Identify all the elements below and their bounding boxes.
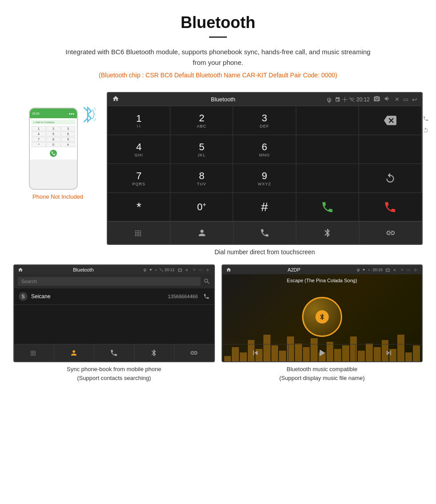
dial-key-8[interactable]: 8 TUV xyxy=(170,164,233,193)
dialpad-btn-contacts[interactable] xyxy=(14,344,54,361)
contacts-screen-title: Bluetooth xyxy=(26,267,141,272)
contact-avatar: S xyxy=(19,292,28,301)
phone-section: M:30 ●●● + Add to Contacts 123 456 789 *… xyxy=(13,92,102,200)
link-button[interactable] xyxy=(359,222,422,244)
home-icon-music xyxy=(226,267,231,272)
dial-key-2[interactable]: 2 ABC xyxy=(170,106,233,135)
description-text: Integrated with BC6 Bluetooth module, su… xyxy=(62,47,374,68)
dial-screen-section: Bluetooth ψ 20:12 ✕ ▭ ↩ xyxy=(107,92,423,256)
dial-key-call[interactable] xyxy=(296,193,359,221)
bluetooth-waves-icon xyxy=(78,103,96,127)
link-btn-contacts[interactable] xyxy=(174,344,214,361)
dialpad-button[interactable] xyxy=(108,222,170,244)
contacts-section: Bluetooth ψ ✦ 20:11 ✕ ▭ Search xyxy=(13,264,215,382)
contacts-time: 20:11 xyxy=(165,268,175,272)
dial-screen-title: Bluetooth xyxy=(123,96,323,103)
dial-key-star[interactable]: * xyxy=(108,193,170,221)
specs-text: (Bluetooth chip : CSR BC6 Default Blueto… xyxy=(18,72,418,79)
back-icon-music xyxy=(413,268,418,272)
dial-key-5[interactable]: 5 JKL xyxy=(170,135,233,164)
song-title: Escape (The Pina Colada Song) xyxy=(226,278,419,283)
camera-icon-music xyxy=(385,268,390,272)
dial-caption: Dial number direct from touchscreen xyxy=(107,248,423,256)
phone-btn-contacts[interactable] xyxy=(94,344,134,361)
volume-icon-music xyxy=(393,268,398,272)
dial-key-7[interactable]: 7 PQRS xyxy=(108,164,170,193)
close-icon-small: ✕ xyxy=(193,268,196,272)
page-title: Bluetooth xyxy=(18,13,418,32)
phone-illustration: M:30 ●●● + Add to Contacts 123 456 789 *… xyxy=(29,101,87,190)
bluetooth-button[interactable] xyxy=(296,222,359,244)
music-info: Escape (The Pina Colada Song) xyxy=(222,274,422,289)
contact-row[interactable]: S Seicane 13566664466 xyxy=(14,288,214,305)
usb-icon: ψ xyxy=(327,96,331,103)
status-icons: 20:12 xyxy=(335,96,370,103)
dial-key-4[interactable]: 4 GHI xyxy=(108,135,170,164)
dial-key-hash[interactable]: # xyxy=(233,193,296,221)
music-caption: Bluetooth music compatible (Support disp… xyxy=(222,365,423,382)
prev-button[interactable] xyxy=(222,344,289,361)
back-icon: ↩ xyxy=(412,96,417,103)
contacts-caption: Sync phone-book from mobile phone (Suppo… xyxy=(13,365,215,382)
svg-point-1 xyxy=(155,269,156,270)
contacts-status: ✦ 20:11 xyxy=(149,268,175,272)
screen-icon: ▭ xyxy=(403,96,408,103)
call-contact-icon[interactable] xyxy=(203,293,210,300)
music-caption-line1: Bluetooth music compatible xyxy=(287,366,357,372)
dial-empty-3 xyxy=(359,135,422,164)
bluetooth-btn-contacts[interactable] xyxy=(134,344,174,361)
dial-screen-mockup: Bluetooth ψ 20:12 ✕ ▭ ↩ xyxy=(107,92,423,245)
screen-icon-music: ▭ xyxy=(407,268,411,272)
contacts-caption-line1: Sync phone-book from mobile phone xyxy=(67,366,161,372)
lower-section: Bluetooth ψ ✦ 20:11 ✕ ▭ Search xyxy=(0,256,436,391)
contact-name: Seicane xyxy=(31,293,164,300)
svg-rect-3 xyxy=(319,350,321,356)
music-screen-mockup: A2DP ψ ✦ 20:15 ✕ ▭ Es xyxy=(222,264,423,362)
music-top-bar: A2DP ψ ✦ 20:15 ✕ ▭ xyxy=(222,265,422,274)
dial-bottom-bar xyxy=(108,221,422,244)
dial-empty-4 xyxy=(296,164,359,193)
home-icon-small xyxy=(18,267,23,272)
title-divider xyxy=(209,36,227,38)
camera-icon-small xyxy=(178,268,182,272)
svg-point-0 xyxy=(344,99,345,100)
search-icon[interactable] xyxy=(203,278,210,285)
music-disc xyxy=(302,297,342,337)
dial-key-6[interactable]: 6 MNO xyxy=(233,135,296,164)
dial-key-9[interactable]: 9 WXYZ xyxy=(233,164,296,193)
dial-key-0[interactable]: 0+ xyxy=(170,193,233,221)
dial-key-1[interactable]: 1 ⌇⌇ xyxy=(108,106,170,135)
close-icon: ✕ xyxy=(395,96,400,103)
home-icon xyxy=(112,95,119,104)
contacts-button[interactable] xyxy=(170,222,233,244)
music-content-area: Escape (The Pina Colada Song) xyxy=(222,274,422,361)
svg-point-2 xyxy=(369,269,370,270)
dial-key-redial[interactable] xyxy=(359,164,422,193)
music-controls xyxy=(222,344,422,361)
time-display: 20:12 xyxy=(356,96,370,103)
dialpad-grid: 1 ⌇⌇ 2 ABC 3 DEF 4 GHI xyxy=(108,106,422,221)
play-pause-button[interactable] xyxy=(289,344,355,361)
screen-icon-small: ▭ xyxy=(199,268,203,272)
camera-icon xyxy=(373,95,380,104)
phone-button[interactable] xyxy=(234,222,296,244)
dial-key-end-call[interactable] xyxy=(359,193,422,221)
search-input[interactable]: Search xyxy=(18,277,201,286)
usb-icon-small: ψ xyxy=(144,268,146,272)
music-disc-center xyxy=(315,310,329,324)
next-button[interactable] xyxy=(355,344,422,361)
music-caption-line2: (Support display music file name) xyxy=(279,375,365,381)
music-status: ✦ 20:15 xyxy=(362,268,383,272)
usb-icon-music: ψ xyxy=(357,268,359,272)
person-btn-contacts[interactable] xyxy=(54,344,94,361)
phone-body: M:30 ●●● + Add to Contacts 123 456 789 *… xyxy=(29,108,78,190)
phone-not-included-label: Phone Not Included xyxy=(32,193,83,200)
dial-key-3[interactable]: 3 DEF xyxy=(233,106,296,135)
page-header: Bluetooth Integrated with BC6 Bluetooth … xyxy=(0,0,436,92)
contacts-caption-line2: (Support contacts searching) xyxy=(77,375,151,381)
dial-key-backspace[interactable] xyxy=(359,106,422,135)
music-screen-title: A2DP xyxy=(234,267,355,272)
contacts-top-bar: Bluetooth ψ ✦ 20:11 ✕ ▭ xyxy=(14,265,214,274)
dial-empty-2 xyxy=(296,135,359,164)
bluetooth-music-icon xyxy=(319,313,326,320)
